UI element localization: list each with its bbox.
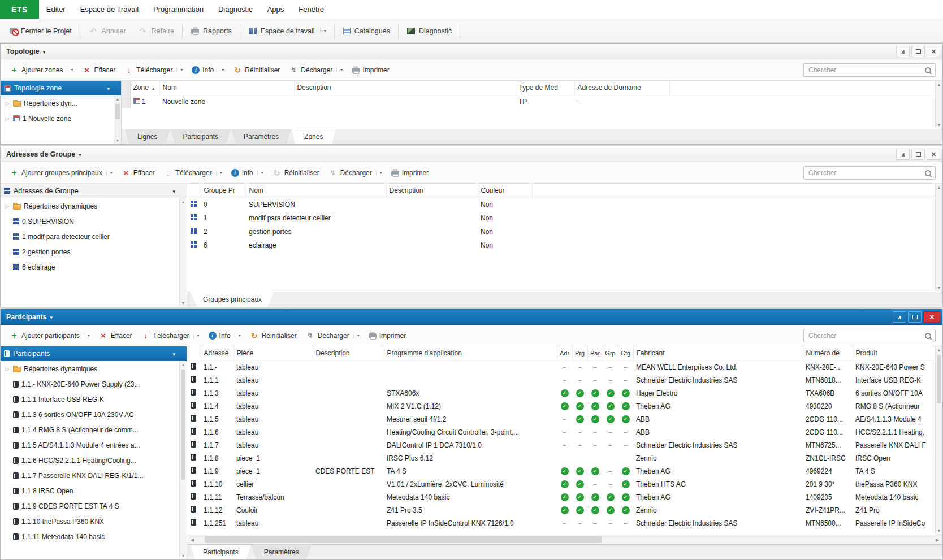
toolbar-button[interactable]: Télécharger: [159, 166, 227, 180]
expander-icon[interactable]: [5, 116, 10, 121]
view-tab[interactable]: Lignes: [125, 129, 170, 144]
search-input[interactable]: [803, 63, 936, 77]
scroll-up-icon[interactable]: ▲: [114, 95, 121, 103]
toolbar-button[interactable]: Imprimer: [364, 329, 410, 342]
scroll-up-icon[interactable]: ▲: [936, 81, 942, 88]
toolbar-button[interactable]: Annuler: [83, 23, 132, 39]
scroll-right-icon[interactable]: ▶: [932, 537, 942, 542]
horizontal-scrollbar[interactable]: ◀ ▶: [187, 535, 942, 544]
tree-root-selector[interactable]: Topologie zone: [1, 81, 121, 95]
tree-item[interactable]: Répertoires dynamiques: [1, 361, 179, 376]
tree-item[interactable]: 1.1.11 Meteodata 140 basic: [1, 529, 179, 544]
menu-item[interactable]: Diagnostic: [211, 0, 260, 19]
view-tab[interactable]: Paramètres: [252, 545, 312, 559]
column-header-nom[interactable]: Nom: [159, 81, 294, 95]
device-row[interactable]: 1.1.7 tableau DALIControl IP 1 DCA 7310/…: [187, 439, 935, 452]
search-icon[interactable]: [924, 67, 932, 74]
scroll-down-icon[interactable]: ▼: [180, 552, 187, 559]
toolbar-button[interactable]: Décharger: [284, 63, 347, 77]
chevron-down-icon[interactable]: [235, 333, 241, 338]
maximize-panel-button[interactable]: [911, 46, 925, 57]
device-row[interactable]: 1.1.- tableau: [187, 361, 935, 374]
tree-item[interactable]: 1.1.4 RMG 8 S (Actionneur de comm...: [1, 422, 179, 437]
groupe-row[interactable]: 2 gestion portes Non: [187, 225, 935, 238]
toolbar-button[interactable]: Espace de travail: [243, 23, 335, 39]
chevron-down-icon[interactable]: [172, 187, 175, 195]
tree-item[interactable]: Répertoires dynamiques: [1, 198, 179, 214]
toolbar-button[interactable]: Imprimer: [347, 63, 393, 77]
menu-item[interactable]: Fenêtre: [291, 0, 331, 19]
toolbar-button[interactable]: Ajouter groupes principaux: [5, 166, 117, 180]
tree-scrollbar[interactable]: ▲ ▼: [179, 361, 187, 559]
ets-logo-button[interactable]: ETS: [0, 0, 39, 19]
close-panel-button[interactable]: [927, 149, 940, 160]
collapse-panel-button[interactable]: [896, 46, 910, 57]
toolbar-button[interactable]: Rapports: [185, 23, 240, 39]
device-row[interactable]: 1.1.12 Couloir Z41 Pro 3.5: [187, 503, 935, 516]
tree-item[interactable]: 1.1.7 Passerelle KNX DALI REG-K/1/1...: [1, 468, 179, 483]
chevron-down-icon[interactable]: [172, 350, 175, 358]
tree-item[interactable]: 0 SUPERVISION: [1, 214, 179, 229]
close-panel-button[interactable]: [923, 311, 940, 323]
column-header-produit[interactable]: Produit: [853, 346, 935, 361]
device-row[interactable]: 1.1.9 piece_1 CDES PORTE EST TA 4 S: [187, 465, 935, 477]
adresses-titlebar[interactable]: Adresses de Groupe: [1, 146, 942, 162]
scrollbar-thumb[interactable]: [115, 104, 120, 119]
close-panel-button[interactable]: [927, 46, 940, 57]
device-row[interactable]: 1.1.3 tableau STXA606x: [187, 387, 935, 400]
toolbar-button[interactable]: Décharger: [324, 166, 387, 180]
view-tab[interactable]: Paramètres: [231, 129, 291, 144]
column-header-adr[interactable]: Adr: [557, 346, 572, 361]
toolbar-button[interactable]: Télécharger: [137, 329, 204, 342]
scroll-down-icon[interactable]: ▼: [180, 299, 187, 307]
column-header-grp[interactable]: Grp: [603, 346, 618, 361]
column-header-piece[interactable]: Pièce: [233, 346, 313, 361]
chevron-down-icon[interactable]: [67, 67, 73, 72]
toolbar-button[interactable]: Télécharger: [120, 63, 187, 77]
tree-item[interactable]: 1.1.10 thePassa P360 KNX: [1, 514, 179, 529]
toolbar-button[interactable]: Refaire: [132, 23, 183, 39]
column-header-adresse[interactable]: Adresse: [201, 346, 233, 361]
groupe-row[interactable]: 1 modif para detecteur cellier Non: [187, 211, 935, 225]
column-header-description[interactable]: Description: [386, 184, 478, 198]
toolbar-button[interactable]: Catalogues: [337, 23, 399, 39]
view-tab[interactable]: Zones: [292, 129, 335, 144]
tree-item[interactable]: 1.1.6 HCC/S2.2.1.1 Heating/Cooling...: [1, 453, 179, 468]
column-header-par[interactable]: Par: [587, 346, 603, 361]
toolbar-button[interactable]: Info: [204, 329, 245, 342]
scroll-up-icon[interactable]: ▲: [180, 361, 187, 368]
tree-item[interactable]: 1.1.8 IRSC Open: [1, 483, 179, 498]
scrollbar-thumb[interactable]: [181, 370, 185, 480]
menu-item[interactable]: Editer: [39, 0, 73, 19]
column-header-description[interactable]: Description: [294, 81, 516, 95]
groupe-row[interactable]: 0 SUPERVISION Non: [187, 198, 935, 211]
column-header-groupe-principal[interactable]: Groupe Pr: [201, 184, 246, 198]
tree-item[interactable]: Répertoires dyn...: [1, 95, 114, 111]
maximize-panel-button[interactable]: [908, 311, 922, 323]
toolbar-button[interactable]: Réinitialiser: [245, 329, 301, 342]
column-header-cfg[interactable]: Cfg: [618, 346, 633, 361]
chevron-down-icon[interactable]: [216, 170, 222, 175]
column-header-programme[interactable]: Programme d'application: [384, 346, 557, 361]
view-tab[interactable]: Participants: [170, 129, 231, 144]
toolbar-button[interactable]: Info: [227, 166, 268, 180]
toolbar-button[interactable]: Décharger: [301, 329, 364, 342]
groupe-row[interactable]: 6 eclairage Non: [187, 238, 935, 252]
chevron-down-icon[interactable]: [106, 170, 113, 175]
menu-item[interactable]: Programmation: [146, 0, 211, 19]
scroll-down-icon[interactable]: ▼: [936, 121, 942, 129]
view-tab[interactable]: Participants: [191, 545, 251, 559]
tree-item[interactable]: 1.1.- KNX-20E-640 Power Supply (23...: [1, 376, 179, 392]
toolbar-button[interactable]: Réinitialiser: [268, 166, 324, 180]
expander-icon[interactable]: [5, 366, 10, 372]
toolbar-button[interactable]: Info: [187, 63, 228, 77]
toolbar-button[interactable]: Effacer: [94, 329, 137, 342]
view-tab[interactable]: Groupes principaux: [191, 292, 274, 307]
column-header-type-media[interactable]: Type de Méd: [516, 81, 574, 95]
column-header-numero[interactable]: Numéro de: [803, 346, 853, 361]
tree-item[interactable]: 1.1.3 6 sorties ON/OFF 10A 230V AC: [1, 407, 179, 422]
chevron-down-icon[interactable]: [193, 333, 200, 338]
table-scrollbar[interactable]: ▲ ▼: [935, 81, 942, 129]
scroll-down-icon[interactable]: ▼: [114, 137, 121, 144]
table-scrollbar[interactable]: ▲ ▼: [935, 346, 942, 535]
